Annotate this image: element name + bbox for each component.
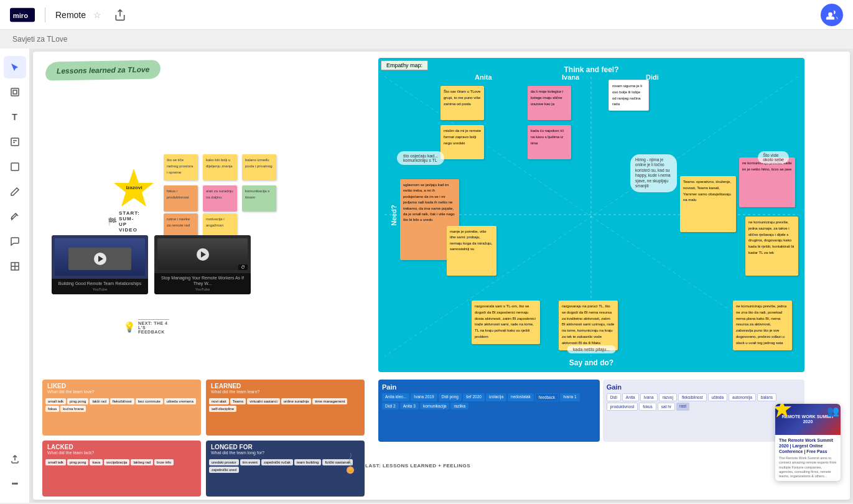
empathy-sticky: ne komuniciraju previše, kada im je nešt… xyxy=(739,157,795,207)
think-feel-label: Think and feel? xyxy=(564,65,618,74)
empathy-sticky: nisam sigurna je li ovo bolje ili lošije… xyxy=(608,80,649,111)
sticky-note: alati za suradnju na daljinu xyxy=(203,185,237,212)
sticky-note: kako biti bolji u dijeljenju znanja xyxy=(203,154,237,180)
need-label: Need? xyxy=(390,205,398,226)
upload-tool[interactable] xyxy=(4,448,26,470)
video-1-label: Building Good Remote Team RelationshipsY… xyxy=(52,279,148,294)
empathy-sticky: Što sav čitam u TLove grupi, to me puno … xyxy=(440,86,484,120)
videos-section: Building Good Remote Team RelationshipsY… xyxy=(52,235,251,294)
video-2-label: Stop Managing Your Remote Workers As If … xyxy=(154,273,251,294)
summit-card[interactable]: 👥 REMOTE WORK SUMMIT 2020 The Remote Wor… xyxy=(775,404,841,481)
svg-marker-19 xyxy=(775,404,791,418)
start-label: 🏁 START: SUM-UP VIDEO xyxy=(108,210,140,233)
izazovi-label: Izazovi xyxy=(126,184,142,190)
board-frame: Lessons learned za TLove 🏁 START: SUM-UP… xyxy=(33,52,850,500)
topbar: miro Remote ☆ xyxy=(0,0,853,30)
empathy-sticky: ne komuniciraju previše, jedna ne zna št… xyxy=(733,301,792,350)
pain-section: Pain Anita ideo... Ivana 2019 Didi pong … xyxy=(378,380,600,442)
divider xyxy=(45,7,45,22)
last-label-area: 😊 LAST: LESSONS LEARNED + FEELINGS xyxy=(338,453,470,478)
sticky-note: komunikacija s timom xyxy=(242,185,276,212)
breadcrumb: Savjeti za TLove xyxy=(0,30,853,49)
empathy-sticky: da li moje kolegice i kolege imaju sličn… xyxy=(528,86,571,120)
shape-tool[interactable] xyxy=(4,156,26,178)
summit-text: The Remote Work Summit 2020 | Largest On… xyxy=(775,435,841,481)
video-2[interactable]: ⏱ Stop Managing Your Remote Workers As I… xyxy=(154,235,251,294)
lacked-quadrant: LACKED What did the team lack? small tal… xyxy=(42,441,201,497)
board-title: Remote xyxy=(55,10,86,20)
more-tools[interactable]: ••• xyxy=(4,473,26,495)
pain-gain-section: Pain Anita ideo... Ivana 2019 Didi pong … xyxy=(378,380,804,442)
video-1[interactable]: Building Good Remote Team RelationshipsY… xyxy=(52,235,148,294)
svg-text:😊: 😊 xyxy=(348,468,353,473)
canvas[interactable]: Lessons learned za TLove 🏁 START: SUM-UP… xyxy=(30,49,853,503)
person-anita: Anita xyxy=(475,73,492,81)
cloud-shape: što osjećaju kad...komuniciraju s TL xyxy=(397,151,444,165)
sticky-note: balans između posla i privatnog xyxy=(242,154,276,180)
text-tool[interactable]: T xyxy=(4,106,26,128)
grid-tool[interactable] xyxy=(4,255,26,278)
cloud-shape-bottom: kada nešto pitaju... xyxy=(567,345,616,353)
sticky-note: što se tiče radnog prostora i opreme xyxy=(164,154,198,180)
empathy-sticky: kada ću napokon ići na kavu s ljudima iz… xyxy=(528,125,571,159)
pen-tool[interactable] xyxy=(4,180,26,203)
next-label-area: 💡 NEXT: THE 4 L'S FEEDBACK xyxy=(123,319,169,334)
empathy-map-label: Empathy map: xyxy=(381,60,428,70)
frames-tool[interactable] xyxy=(4,81,26,103)
empathy-sticky: ne komuniciraju previše, jedna saznaje, … xyxy=(745,217,798,276)
gain-section: Gain Didi Anita Ivana razvoj fleksibilno… xyxy=(603,380,804,442)
say-do-label: Say and do? xyxy=(569,358,613,367)
miro-logo[interactable]: miro xyxy=(10,6,35,24)
empathy-sticky: manje je potrebe, više tihe sami: probaj… xyxy=(447,226,496,276)
user-area[interactable] xyxy=(821,4,843,26)
liked-quadrant: LIKED What did the team love? small talk… xyxy=(42,380,201,436)
empathy-sticky: razgovaraju na poruci TL, što se dogodi … xyxy=(559,301,618,350)
select-tool[interactable] xyxy=(4,56,26,78)
person-ivana: Ivana xyxy=(562,73,579,81)
empathy-sticky: razgovarala sam s TL-om, što se dogodi d… xyxy=(472,301,540,344)
favorite-star[interactable]: ☆ xyxy=(93,10,101,20)
main-area: T ••• xyxy=(0,49,853,503)
board-content: Lessons learned za TLove 🏁 START: SUM-UP… xyxy=(30,49,853,503)
cloud-shape-right: Što videokolo sebe xyxy=(758,151,789,164)
svg-rect-3 xyxy=(13,90,17,94)
sticky-tool[interactable] xyxy=(4,131,26,153)
share-button[interactable] xyxy=(114,9,126,21)
comment-tool[interactable] xyxy=(4,230,26,253)
learned-quadrant: LEARNED What did the team learn? novi al… xyxy=(206,380,365,436)
svg-rect-4 xyxy=(11,138,19,146)
retro-section: LIKED What did the team love? small talk… xyxy=(42,380,367,500)
empathy-map: Empathy map: Think and feel? xyxy=(378,58,804,372)
izazovi-star: Izazovi xyxy=(114,167,154,207)
svg-rect-7 xyxy=(11,163,19,170)
toolbar: T ••• xyxy=(0,49,30,503)
empathy-sticky: mislim da mi je remote format zapravo bo… xyxy=(440,125,484,159)
sticky-note: fokus i produktivnost xyxy=(164,185,198,212)
marker-tool[interactable] xyxy=(4,205,26,228)
svg-rect-2 xyxy=(11,88,19,96)
user-avatar[interactable] xyxy=(821,4,843,26)
didi-think: Hiring - njima je online je li točno kor… xyxy=(630,154,677,192)
empathy-sticky: Teams: operativno, druženje, novosti, Te… xyxy=(680,176,736,232)
lessons-title: Lessons learned za TLove xyxy=(45,60,161,80)
svg-text:miro: miro xyxy=(13,11,28,19)
